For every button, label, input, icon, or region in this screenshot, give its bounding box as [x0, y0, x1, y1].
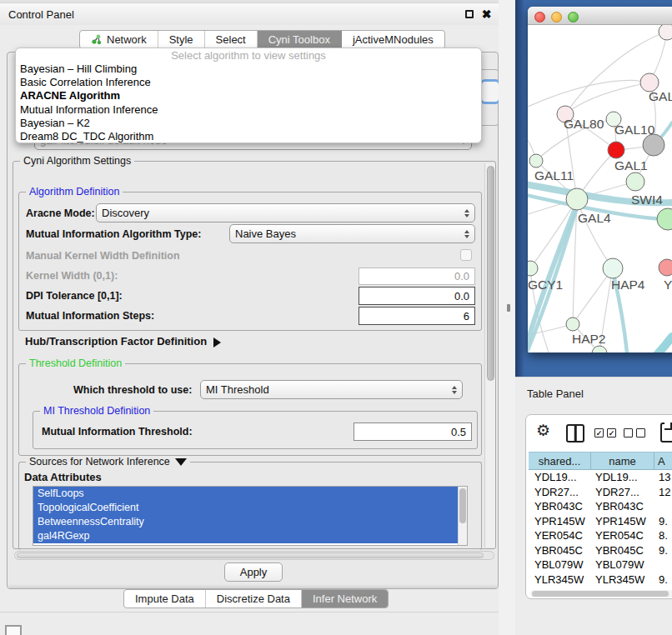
aracne-mode-combo[interactable]: Discovery [96, 203, 475, 222]
attributes-scrollbar-thumb[interactable] [459, 488, 466, 523]
table-cell: YBR043C [529, 500, 591, 512]
bottom-left-partial-icon[interactable] [5, 625, 22, 635]
mi-algorithm-type-value: Naive Bayes [235, 228, 461, 240]
algorithm-definition-title: Algorithm Definition [26, 186, 123, 198]
network-window-titlebar[interactable] [528, 7, 672, 25]
popup-item[interactable]: Bayesian – Hill Climbing [16, 62, 481, 76]
table-column-header[interactable]: name [591, 452, 654, 469]
table-column-header[interactable]: shared... [529, 452, 591, 469]
settings-horizontal-scrollbar[interactable] [14, 551, 494, 560]
table-row[interactable]: YBR043CYBR043C [529, 499, 672, 514]
network-node-label: HAP2 [572, 332, 606, 346]
popup-item[interactable]: ARACNE Algorithm [16, 89, 481, 102]
table-cell: YDR27... [591, 486, 654, 498]
mi-algorithm-type-combo[interactable]: Naive Bayes [229, 224, 475, 243]
network-node-label: GAL4 [578, 211, 611, 225]
table-row[interactable]: YPR145WYPR145W9. [529, 514, 672, 529]
apply-button-label: Apply [240, 566, 268, 578]
network-node-label: GAL10 [614, 122, 655, 137]
network-node[interactable] [528, 261, 538, 276]
bottom-tab-label: Discretize Data [217, 592, 290, 605]
table-cell: 8. [654, 529, 672, 542]
sources-group-title[interactable]: Sources for Network Inference [26, 456, 190, 468]
close-icon: ✖ [482, 10, 492, 18]
table-row[interactable]: YER054CYER054C8. [529, 528, 672, 543]
table-cell: YPR145W [529, 515, 591, 528]
popup-item[interactable]: Basic Correlation Inference [16, 76, 481, 89]
float-window-button[interactable] [464, 9, 474, 20]
popup-item[interactable]: Bayesian – K2 [16, 117, 481, 130]
deselect-checkbox-icon[interactable] [624, 428, 633, 438]
gear-icon[interactable]: ⚙ [536, 421, 550, 440]
network-window[interactable]: GAL80GAL10GALGAL1GAL11GAL4SWI4GCY1HAP4YH… [528, 7, 672, 352]
table-cell: YDR27... [529, 486, 591, 498]
bottom-tab-discretize-data[interactable]: Discretize Data [206, 590, 302, 608]
bottom-tab-infer-network[interactable]: Infer Network [302, 590, 388, 608]
network-node[interactable] [626, 172, 644, 191]
popup-item[interactable]: Dream8 DC_TDC Algorithm [16, 130, 481, 143]
split-columns-icon[interactable] [566, 424, 584, 442]
network-edge[interactable] [565, 82, 649, 114]
network-node[interactable] [529, 154, 543, 168]
tab-jactivemnodules[interactable]: jActiveMNodules [342, 31, 444, 48]
horizontal-scrollbar-thumb[interactable] [17, 552, 484, 558]
settings-vertical-scrollbar[interactable] [484, 163, 495, 548]
panel-divider[interactable] [499, 0, 515, 635]
table-function-icon[interactable] [660, 422, 672, 442]
attributes-list-scrollbar[interactable] [458, 487, 467, 545]
attribute-list-item[interactable]: BetweennessCentrality [33, 515, 467, 529]
network-node[interactable] [603, 258, 623, 278]
tab-cyni-toolbox[interactable]: Cyni Toolbox [258, 31, 342, 48]
table-row[interactable]: YBL079WYBL079W [529, 558, 672, 572]
hub-definition-toggle[interactable]: Hub/Transcription Factor Definition [25, 335, 221, 348]
network-node[interactable] [566, 188, 588, 210]
table-horizontal-scrollbar[interactable] [530, 590, 672, 598]
float-window-icon [465, 10, 474, 18]
network-edge[interactable] [635, 337, 672, 352]
which-threshold-combo[interactable]: MI Threshold [200, 380, 463, 399]
dpi-tolerance-field[interactable]: 0.0 [359, 287, 475, 305]
deselect-checkbox-icon-2[interactable] [636, 428, 645, 438]
sources-group: Sources for Network Inference Data Attri… [18, 462, 482, 550]
cyni-algorithm-settings-group: Cyni Algorithm Settings Algorithm Defini… [13, 161, 496, 549]
table-scrollbar-thumb[interactable] [532, 591, 669, 597]
tab-style[interactable]: Style [158, 31, 205, 48]
mi-steps-field[interactable]: 6 [359, 307, 475, 325]
minimize-traffic-light-icon[interactable] [551, 12, 562, 22]
popup-item[interactable]: Mutual Information Inference [16, 103, 481, 117]
bottom-tab-impute-data[interactable]: Impute Data [124, 590, 206, 608]
table-row[interactable]: YDR27...YDR27...12 [529, 485, 672, 500]
kernel-width-field[interactable]: 0.0 [359, 268, 475, 285]
table-cell: YER054C [529, 529, 591, 542]
settings-group-title: Cyni Algorithm Settings [20, 155, 134, 167]
tab-select[interactable]: Select [205, 31, 258, 48]
tab-network[interactable]: Network [80, 31, 158, 48]
close-traffic-light-icon[interactable] [534, 12, 545, 22]
settings-scrollbar-thumb[interactable] [487, 166, 494, 381]
attribute-list-item[interactable]: SelfLoops [33, 487, 467, 501]
table-column-header[interactable]: A [654, 452, 672, 469]
data-attributes-list[interactable]: SelfLoopsTopologicalCoefficientBetweenne… [33, 486, 468, 546]
network-canvas[interactable]: GAL80GAL10GALGAL1GAL11GAL4SWI4GCY1HAP4YH… [528, 25, 672, 352]
network-node[interactable] [657, 208, 672, 230]
network-node[interactable] [566, 318, 579, 331]
attribute-list-item[interactable]: TopologicalCoefficient [33, 501, 467, 515]
table-row[interactable]: YBR045CYBR045C9. [529, 543, 672, 558]
divider-handle-icon[interactable] [507, 304, 510, 312]
close-panel-button[interactable]: ✖ [481, 9, 492, 20]
select-all-checkbox-icon[interactable]: ✓ [594, 428, 604, 438]
apply-button[interactable]: Apply [224, 562, 283, 582]
zoom-traffic-light-icon[interactable] [568, 12, 579, 22]
table-row[interactable]: YLR345WYLR345W9. [529, 572, 672, 588]
network-node[interactable] [659, 25, 672, 40]
table-row[interactable]: YDL19...YDL19...13 [529, 470, 672, 485]
mi-threshold-field[interactable]: 0.5 [354, 422, 472, 441]
which-threshold-label: Which threshold to use: [73, 384, 192, 396]
attribute-list-item[interactable]: gal4RGexp [33, 529, 467, 543]
select-all-checkbox-icon-2[interactable]: ✓ [607, 428, 616, 438]
mi-steps-label: Mutual Information Steps: [26, 310, 154, 322]
network-node[interactable] [643, 134, 664, 156]
network-node[interactable] [608, 142, 624, 158]
network-node[interactable] [659, 259, 672, 276]
manual-kernel-width-checkbox[interactable] [460, 249, 472, 261]
